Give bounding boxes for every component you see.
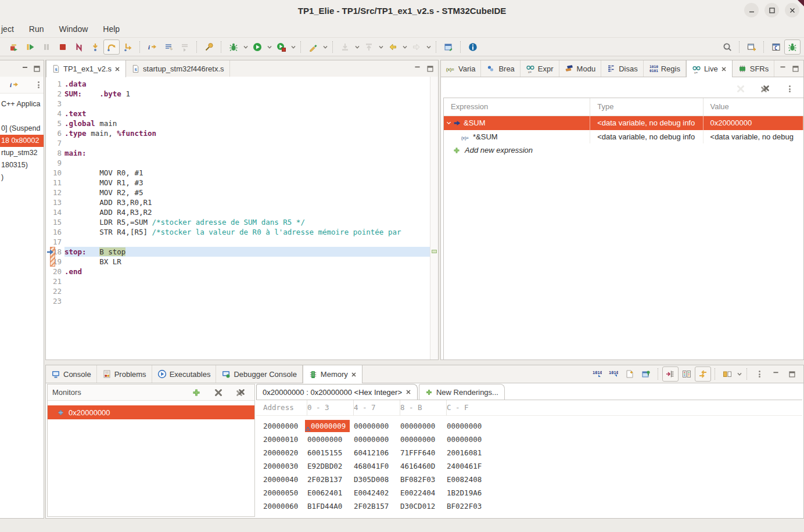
terminate-button[interactable] bbox=[55, 39, 71, 55]
step-return-button[interactable] bbox=[120, 39, 136, 55]
code-line[interactable]: 23 bbox=[46, 296, 430, 306]
minimize-icon[interactable] bbox=[414, 65, 421, 73]
memory-cell[interactable]: 2F02B157 bbox=[354, 499, 400, 513]
maximize-button[interactable] bbox=[784, 366, 800, 382]
line-number[interactable]: 21 bbox=[46, 276, 64, 286]
memory-cell[interactable]: 2F02B137 bbox=[307, 473, 354, 486]
maximize-view-icon[interactable] bbox=[34, 66, 40, 72]
line-number[interactable]: 15 bbox=[46, 217, 64, 227]
link-rendering-button[interactable] bbox=[662, 366, 679, 382]
debug-button[interactable] bbox=[225, 39, 242, 55]
split-layout-button[interactable] bbox=[719, 366, 735, 382]
disconnect-button[interactable] bbox=[71, 39, 87, 55]
new-memory-tab-button[interactable] bbox=[622, 366, 638, 382]
memory-cell[interactable]: 2400461F bbox=[447, 459, 493, 473]
expression-row[interactable]: &SUM<data variable, no debug info0x20000… bbox=[444, 116, 803, 130]
code-line[interactable]: 2SUM: .byte 1 bbox=[46, 89, 430, 99]
memory-cell[interactable]: E0062401 bbox=[307, 486, 354, 499]
remove-all-expressions-button[interactable] bbox=[757, 81, 773, 96]
memory-cell[interactable]: 20016081 bbox=[447, 446, 493, 459]
close-tab-icon[interactable] bbox=[114, 66, 120, 72]
line-number[interactable]: 10 bbox=[46, 168, 64, 178]
memory-cell[interactable]: 00000000 bbox=[307, 433, 354, 446]
menu-help[interactable]: Help bbox=[95, 23, 127, 35]
line-number[interactable]: 2 bbox=[46, 89, 64, 99]
memory-cell[interactable]: 00000009 bbox=[307, 419, 354, 433]
restart-button[interactable] bbox=[6, 39, 22, 55]
code-line[interactable]: 6.type main, %function bbox=[46, 128, 430, 138]
code-line[interactable]: 3 bbox=[46, 99, 430, 109]
memory-cell[interactable]: 46407831 bbox=[447, 513, 493, 517]
export-memory-button[interactable]: 1010 bbox=[589, 366, 605, 382]
memory-cell[interactable]: E0082408 bbox=[447, 473, 493, 486]
external-tools-dropdown-chevron[interactable] bbox=[321, 40, 329, 54]
run-button[interactable] bbox=[249, 39, 265, 55]
minimize-icon[interactable] bbox=[779, 65, 787, 73]
selected-memory-cell[interactable]: 00000009 bbox=[305, 420, 350, 432]
back-button[interactable] bbox=[385, 39, 401, 55]
download-dropdown-chevron[interactable] bbox=[353, 40, 361, 54]
download-button[interactable] bbox=[337, 39, 353, 55]
debug-stack-row[interactable]: C++ Applica bbox=[0, 98, 44, 110]
debug-stack-row[interactable]: ) bbox=[0, 171, 44, 184]
title-bar[interactable]: TP1_Elie - TP1/Src/TP1_ex1_v2.s - STM32C… bbox=[0, 0, 804, 21]
expressions-table-header[interactable]: Expression Type Value bbox=[444, 98, 803, 116]
code-line[interactable]: 20.end bbox=[46, 267, 430, 276]
memory-cell[interactable]: 00000000 bbox=[354, 433, 400, 446]
line-number[interactable]: 22 bbox=[46, 286, 64, 296]
view-tab-disas[interactable]: Disas bbox=[601, 60, 644, 77]
column-type[interactable]: Type bbox=[590, 98, 703, 116]
memory-cell[interactable]: E0042402 bbox=[354, 486, 400, 499]
code-line[interactable]: 11 MOV R1, #3 bbox=[46, 178, 430, 188]
bottom-tab-executables[interactable]: Executables bbox=[152, 365, 217, 383]
code-line[interactable]: 17 bbox=[46, 237, 430, 247]
overview-ruler[interactable] bbox=[430, 77, 438, 360]
minimize-button[interactable] bbox=[744, 3, 759, 17]
menu-project[interactable]: ject bbox=[0, 23, 21, 35]
line-number[interactable]: 6 bbox=[46, 128, 64, 138]
bottom-tab-console[interactable]: Console bbox=[46, 365, 97, 383]
close-tab-icon[interactable] bbox=[721, 66, 727, 72]
code-line[interactable]: 8main: bbox=[46, 148, 430, 158]
run-to-line-button[interactable] bbox=[177, 39, 193, 55]
code-line[interactable]: 19 BX LR bbox=[46, 257, 430, 267]
code-line[interactable]: 16 STR R4,[R5] /*stocker la valeur de R0… bbox=[46, 227, 430, 237]
code-line[interactable]: 18stop: B stop bbox=[46, 247, 430, 257]
view-tab-regis[interactable]: 10100101Regis bbox=[644, 60, 686, 77]
code-line[interactable]: 4.text bbox=[46, 109, 430, 118]
memory-cell[interactable]: E00DEA2C bbox=[400, 513, 447, 517]
code-line[interactable]: 13 ADD R3,R0,R1 bbox=[46, 197, 430, 207]
line-number[interactable]: 12 bbox=[46, 188, 64, 197]
resume-button[interactable] bbox=[22, 39, 38, 55]
cpp-perspective-button[interactable]: C bbox=[768, 39, 784, 55]
memory-cell[interactable]: 60015155 bbox=[307, 446, 354, 459]
code-line[interactable]: 7 bbox=[46, 138, 430, 148]
table-format-button[interactable] bbox=[679, 366, 695, 382]
upload-dropdown-chevron[interactable] bbox=[377, 40, 385, 54]
rendering-tab[interactable]: 0x20000000 : 0x20000000 <Hex Integer> bbox=[256, 384, 418, 400]
maximize-icon[interactable] bbox=[426, 65, 434, 73]
minimize-view-icon[interactable] bbox=[22, 66, 28, 72]
add-monitor-button[interactable] bbox=[188, 385, 204, 400]
forward-dropdown-chevron[interactable] bbox=[425, 40, 432, 54]
close-rendering-icon[interactable] bbox=[405, 389, 411, 395]
info-button[interactable] bbox=[465, 39, 481, 55]
memory-cell[interactable]: D305D008 bbox=[354, 473, 400, 486]
view-tab-sfrs[interactable]: SFRs bbox=[733, 60, 775, 77]
line-number[interactable]: 11 bbox=[46, 178, 64, 188]
run-dropdown-chevron[interactable] bbox=[265, 40, 273, 54]
view-menu-button[interactable] bbox=[30, 77, 46, 92]
debug-dropdown-chevron[interactable] bbox=[242, 40, 249, 54]
expression-value[interactable]: <data variable, no debug bbox=[704, 130, 803, 144]
debug-stack-row[interactable]: 180315) bbox=[0, 159, 44, 171]
remove-monitor-button[interactable] bbox=[210, 385, 227, 400]
debug-stack-row[interactable]: 18 0x80002 bbox=[0, 135, 44, 147]
expand-chevron-icon[interactable] bbox=[446, 120, 452, 126]
overview-marker[interactable] bbox=[432, 250, 437, 253]
column-expression[interactable]: Expression bbox=[444, 98, 590, 116]
debug-stack-row[interactable]: 0] (Suspend bbox=[0, 123, 44, 135]
memory-cell[interactable]: E92DBD02 bbox=[307, 459, 354, 473]
line-number[interactable]: 8 bbox=[46, 148, 64, 158]
code-line[interactable]: 9 bbox=[46, 158, 430, 168]
view-menu-button[interactable] bbox=[751, 366, 767, 382]
